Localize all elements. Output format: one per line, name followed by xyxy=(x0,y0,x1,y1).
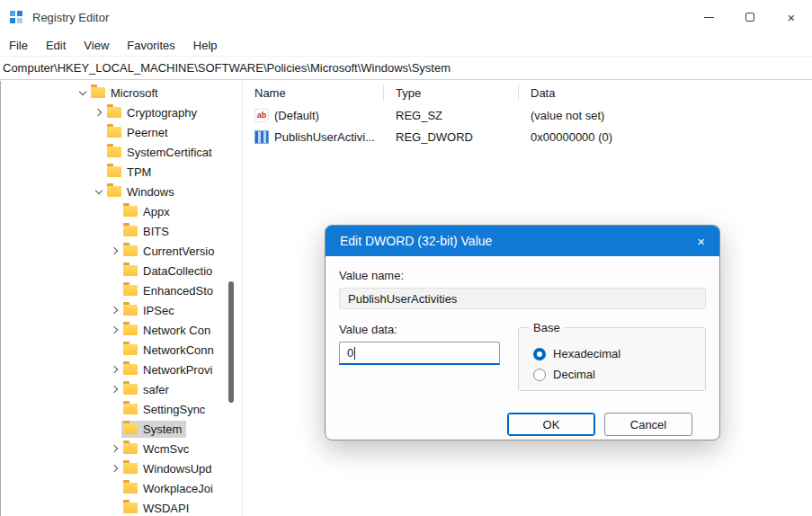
column-header[interactable]: Data xyxy=(519,81,812,104)
cancel-button[interactable]: Cancel xyxy=(604,413,692,436)
tree-item[interactable]: WindowsUpd xyxy=(1,458,240,478)
tree-item-label: safer xyxy=(143,383,169,396)
menu-item-label: File xyxy=(9,39,28,52)
tree-item-label: CurrentVersio xyxy=(143,245,214,258)
menu-item[interactable]: View xyxy=(75,34,118,56)
tree-item[interactable]: Windows xyxy=(1,182,240,201)
tree-item-selection: BITS xyxy=(121,223,174,240)
tree-item-selection: CurrentVersio xyxy=(121,243,219,260)
chevron-icon[interactable] xyxy=(109,442,121,455)
tree-item[interactable]: SettingSync xyxy=(1,399,240,419)
menu-item[interactable]: Favorites xyxy=(118,34,183,56)
base-radio-option[interactable]: Decimal xyxy=(533,368,705,381)
chevron-icon[interactable] xyxy=(109,462,121,475)
dialog-title: Edit DWORD (32-bit) Value xyxy=(340,234,492,248)
value-type-cell: REG_DWORD xyxy=(384,130,519,144)
chevron-icon[interactable] xyxy=(109,205,121,218)
tree-item-selection: safer xyxy=(121,381,174,398)
minimize-button[interactable] xyxy=(688,0,729,34)
tree-item-label: NetworkProvi xyxy=(143,363,212,377)
tree-item[interactable]: NetworkConn xyxy=(1,340,240,360)
tree-item-label: SettingSync xyxy=(143,403,205,416)
tree-item[interactable]: NetworkProvi xyxy=(1,360,240,379)
radio-button-icon[interactable] xyxy=(533,348,546,360)
maximize-button[interactable] xyxy=(729,0,771,34)
chevron-icon[interactable] xyxy=(109,403,121,415)
chevron-icon[interactable] xyxy=(76,86,89,99)
tree-item[interactable]: IPSec xyxy=(1,300,240,320)
menu-item[interactable]: File xyxy=(0,34,37,56)
menu-item[interactable]: Help xyxy=(184,34,227,56)
chevron-icon[interactable] xyxy=(109,245,121,257)
tree-item-selection: WSDAPI xyxy=(121,500,193,516)
list-header: Name Type Data xyxy=(243,81,812,104)
column-header[interactable]: Name xyxy=(243,81,384,104)
dialog-close-icon[interactable]: × xyxy=(697,235,705,248)
chevron-icon[interactable] xyxy=(109,423,121,435)
menu-item-label: Favorites xyxy=(127,39,174,52)
tree-scrollbar[interactable] xyxy=(228,81,235,516)
folder-icon xyxy=(123,404,138,414)
folder-icon xyxy=(107,107,121,118)
tree-item-label: TPM xyxy=(127,165,151,179)
address-bar-input[interactable]: Computer\HKEY_LOCAL_MACHINE\SOFTWARE\Pol… xyxy=(3,61,451,75)
tree-item-selection: SettingSync xyxy=(121,401,210,418)
tree-scrollbar-thumb[interactable] xyxy=(228,281,234,403)
tree-item[interactable]: Network Con xyxy=(1,320,240,340)
folder-icon xyxy=(123,483,138,494)
chevron-icon[interactable] xyxy=(109,284,121,297)
chevron-icon[interactable] xyxy=(109,502,121,514)
radio-button-icon[interactable] xyxy=(533,369,546,381)
tree-item-selection: IPSec xyxy=(121,302,179,319)
tree-item[interactable]: WorkplaceJoi xyxy=(1,478,240,498)
tree-item-selection: Microsoft xyxy=(89,85,163,102)
chevron-icon[interactable] xyxy=(93,165,105,178)
tree-item-label: WSDAPI xyxy=(143,502,189,515)
tree-item[interactable]: Microsoft xyxy=(1,83,240,102)
tree-item[interactable]: Cryptography xyxy=(1,102,240,122)
menu-item[interactable]: Edit xyxy=(37,34,75,56)
close-icon: × xyxy=(788,11,796,24)
tree-item[interactable]: EnhancedSto xyxy=(1,280,240,300)
chevron-icon[interactable] xyxy=(93,106,105,119)
chevron-icon[interactable] xyxy=(109,264,121,277)
tree-item[interactable]: BITS xyxy=(1,221,240,241)
chevron-icon[interactable] xyxy=(109,225,121,237)
value-row[interactable]: PublishUserActivi... REG_DWORD 0x0000000… xyxy=(243,126,812,147)
chevron-icon[interactable] xyxy=(109,304,121,316)
tree-item[interactable]: System xyxy=(1,419,240,439)
chevron-icon[interactable] xyxy=(93,146,105,158)
chevron-icon[interactable] xyxy=(109,363,121,376)
value-row[interactable]: (Default) REG_SZ (value not set) xyxy=(243,104,812,126)
value-name-text: (Default) xyxy=(274,109,319,122)
chevron-icon[interactable] xyxy=(93,185,105,198)
title-bar: Registry Editor × xyxy=(0,0,812,34)
chevron-icon[interactable] xyxy=(93,126,105,138)
tree-item[interactable]: TPM xyxy=(1,162,240,182)
tree-item[interactable]: Peernet xyxy=(1,122,240,142)
column-header[interactable]: Type xyxy=(384,81,519,104)
ok-button[interactable]: OK xyxy=(507,413,595,436)
tree-item[interactable]: WSDAPI xyxy=(1,498,240,516)
chevron-icon[interactable] xyxy=(109,383,121,396)
tree-item[interactable]: CurrentVersio xyxy=(1,241,240,261)
tree-item-label: Peernet xyxy=(127,126,168,139)
tree-item[interactable]: Appx xyxy=(1,201,240,221)
value-name-label: Value name: xyxy=(339,269,706,282)
value-data-label: Value data: xyxy=(339,323,500,336)
close-button[interactable]: × xyxy=(771,0,812,34)
folder-icon xyxy=(123,285,138,296)
tree-item-label: WorkplaceJoi xyxy=(143,482,213,495)
tree-item[interactable]: SystemCertificat xyxy=(1,142,240,162)
tree-item[interactable]: WcmSvc xyxy=(1,439,240,458)
base-radio-option[interactable]: Hexadecimal xyxy=(533,347,705,360)
value-name-cell: PublishUserActivi... xyxy=(243,130,384,144)
tree-item[interactable]: safer xyxy=(1,379,240,399)
chevron-icon[interactable] xyxy=(109,343,121,356)
tree-item-selection: Network Con xyxy=(121,322,215,339)
chevron-icon[interactable] xyxy=(109,324,121,336)
tree-item[interactable]: DataCollectio xyxy=(1,261,240,280)
value-data-input[interactable]: 0 xyxy=(339,342,500,365)
chevron-icon[interactable] xyxy=(109,482,121,494)
value-name-cell: (Default) xyxy=(243,109,384,122)
